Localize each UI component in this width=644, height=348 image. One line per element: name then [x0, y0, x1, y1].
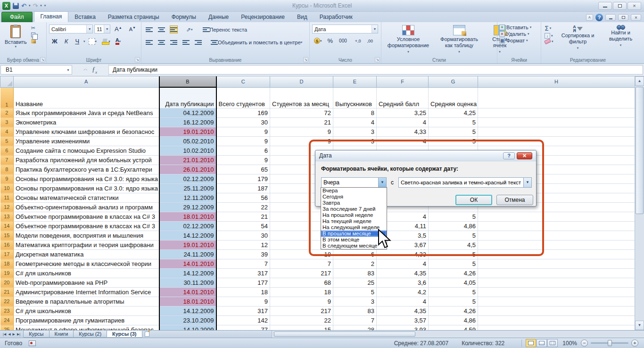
cell-D21[interactable]: 18: [270, 287, 333, 297]
ribbon-tab-Данные[interactable]: Данные: [202, 12, 235, 22]
ribbon-tab-Вставка[interactable]: Вставка: [68, 12, 102, 22]
cell-C1[interactable]: Всего студентов: [216, 87, 270, 108]
underline-dropdown-icon[interactable]: ▾: [83, 40, 85, 43]
cell-E21[interactable]: 5: [333, 287, 377, 297]
cell-F23[interactable]: 4,35: [377, 306, 429, 315]
cell-A8[interactable]: Практика бухгалтерского учета в 1С:Бухга…: [14, 165, 159, 174]
cell-D24[interactable]: 22: [270, 315, 333, 325]
cell-B15[interactable]: 14.12.2009: [159, 231, 216, 240]
row-header-23[interactable]: 23: [0, 306, 14, 315]
cell-D18[interactable]: 7: [270, 259, 333, 268]
list-item-На текущей неделе[interactable]: На текущей неделе: [321, 218, 387, 224]
ribbon-tab-Файл[interactable]: Файл: [1, 12, 33, 22]
cell-A7[interactable]: Разработка приложений для мобильных устр…: [14, 155, 159, 165]
ribbon-tab-Рецензирование[interactable]: Рецензирование: [235, 12, 291, 22]
cell-A14[interactable]: Объектное программирование в классах на …: [14, 221, 159, 231]
row-header-4[interactable]: 4: [0, 127, 14, 136]
list-item-Завтра[interactable]: Завтра: [321, 200, 387, 206]
borders-button[interactable]: ▾: [87, 37, 99, 46]
autosum-button[interactable]: Σ▾: [545, 25, 553, 32]
scroll-down-icon[interactable]: ▼: [635, 321, 644, 330]
page-layout-view-button[interactable]: [537, 339, 547, 347]
row-header-5[interactable]: 5: [0, 136, 14, 146]
cell-E23[interactable]: 83: [333, 306, 377, 315]
cell-F1[interactable]: Средний балл: [377, 87, 429, 108]
cell-D2[interactable]: 72: [270, 108, 333, 117]
accounting-format-button[interactable]: $▾: [312, 36, 324, 45]
copy-button[interactable]: ▾: [31, 33, 38, 37]
minimize-button[interactable]: [598, 2, 612, 10]
insert-function-icon[interactable]: ƒx: [92, 66, 97, 75]
align-top-button[interactable]: [144, 25, 155, 34]
cell-B11[interactable]: 12.11.2009: [159, 193, 216, 202]
cell-A18[interactable]: Геометрические методы в классической тео…: [14, 259, 159, 268]
italic-button[interactable]: К: [62, 37, 71, 46]
cell-B22[interactable]: 18.01.2010: [159, 297, 216, 306]
zoom-slider[interactable]: [591, 342, 628, 344]
cell-D19[interactable]: 217: [270, 268, 333, 278]
first-sheet-icon[interactable]: |◀: [3, 332, 6, 336]
align-middle-button[interactable]: [156, 25, 167, 34]
cell-A25[interactable]: Менеджмент в сфере информационной безопа…: [14, 325, 159, 330]
font-color-button[interactable]: А▾: [114, 36, 123, 46]
shrink-font-button[interactable]: А▼: [126, 25, 139, 33]
cell-A9[interactable]: Основы программирования на C# 3.0: ядро …: [14, 174, 159, 183]
col-header-E[interactable]: E: [333, 76, 377, 87]
cell-H25[interactable]: [478, 325, 635, 330]
format-as-table-button[interactable]: Форматировать как таблицу ▾: [434, 24, 485, 56]
cell-G3[interactable]: 5: [429, 117, 478, 127]
cell-D3[interactable]: 21: [270, 117, 333, 127]
cell-C12[interactable]: 22: [216, 202, 270, 212]
cell-A5[interactable]: Управление изменениями: [14, 136, 159, 146]
cell-C10[interactable]: 187: [216, 183, 270, 193]
cell-G25[interactable]: 4,59: [429, 325, 478, 330]
cell-B2[interactable]: 04.12.2009: [159, 108, 216, 117]
cell-A21[interactable]: Администрирование Internet Information S…: [14, 287, 159, 297]
cell-E4[interactable]: 3: [333, 127, 377, 136]
sheet-tab-Курсы (3)[interactable]: Курсы (3): [107, 331, 142, 338]
sheet-tab-Книги[interactable]: Книги: [49, 331, 74, 338]
close-button[interactable]: ×: [627, 2, 641, 10]
cell-C21[interactable]: 18: [216, 287, 270, 297]
cell-B13[interactable]: 18.01.2010: [159, 212, 216, 221]
vertical-scrollbar[interactable]: ▲ ▼: [635, 76, 644, 330]
zoom-slider-thumb[interactable]: [608, 340, 612, 346]
cell-A15[interactable]: Модели поведения, восприятия и мышления: [14, 231, 159, 240]
cell-D20[interactable]: 68: [270, 278, 333, 287]
cell-D1[interactable]: Студентов за месяц: [270, 87, 333, 108]
cell-E24[interactable]: 7: [333, 315, 377, 325]
date-condition-dropdown-icon[interactable]: ▼: [378, 178, 386, 187]
cell-B10[interactable]: 25.11.2009: [159, 183, 216, 193]
cell-A4[interactable]: Управление ключами шифрования и безопасн…: [14, 127, 159, 136]
cell-F4[interactable]: 4,33: [377, 127, 429, 136]
col-header-G[interactable]: G: [429, 76, 478, 87]
prev-sheet-icon[interactable]: ◀: [8, 332, 10, 336]
align-center-button[interactable]: [156, 37, 167, 47]
cell-C17[interactable]: 39: [216, 249, 270, 259]
align-bottom-button[interactable]: [168, 25, 179, 34]
cell-C15[interactable]: 30: [216, 231, 270, 240]
qat-customize-icon[interactable]: ▾: [44, 4, 46, 8]
cell-G4[interactable]: 5: [429, 127, 478, 136]
fill-button[interactable]: ↓▾: [545, 33, 553, 39]
cell-A16[interactable]: Математика криптографии и теория шифрова…: [14, 240, 159, 249]
page-break-view-button[interactable]: [547, 339, 558, 347]
next-sheet-icon[interactable]: ▶: [13, 332, 15, 336]
cell-C20[interactable]: 177: [216, 278, 270, 287]
cell-B7[interactable]: 21.01.2010: [159, 155, 216, 165]
decrease-indent-button[interactable]: [181, 37, 191, 47]
cancel-button[interactable]: Отмена: [496, 195, 533, 205]
name-box[interactable]: B1 ▼: [0, 65, 72, 75]
cell-A23[interactable]: C# для школьников: [14, 306, 159, 315]
horizontal-scrollbar[interactable]: [272, 331, 644, 338]
underline-button[interactable]: Ч: [72, 37, 82, 46]
col-header-A[interactable]: A: [14, 76, 159, 87]
cell-B24[interactable]: 23.10.2009: [159, 315, 216, 325]
merge-center-button[interactable]: Объединить и поместить в центре ▾: [209, 37, 304, 47]
cell-C14[interactable]: 54: [216, 221, 270, 231]
cell-B23[interactable]: 14.12.2009: [159, 306, 216, 315]
cell-H18[interactable]: [478, 259, 635, 268]
select-all-button[interactable]: [0, 76, 14, 87]
scroll-up-icon[interactable]: ▲: [635, 76, 644, 86]
cell-D25[interactable]: 15: [270, 325, 333, 330]
